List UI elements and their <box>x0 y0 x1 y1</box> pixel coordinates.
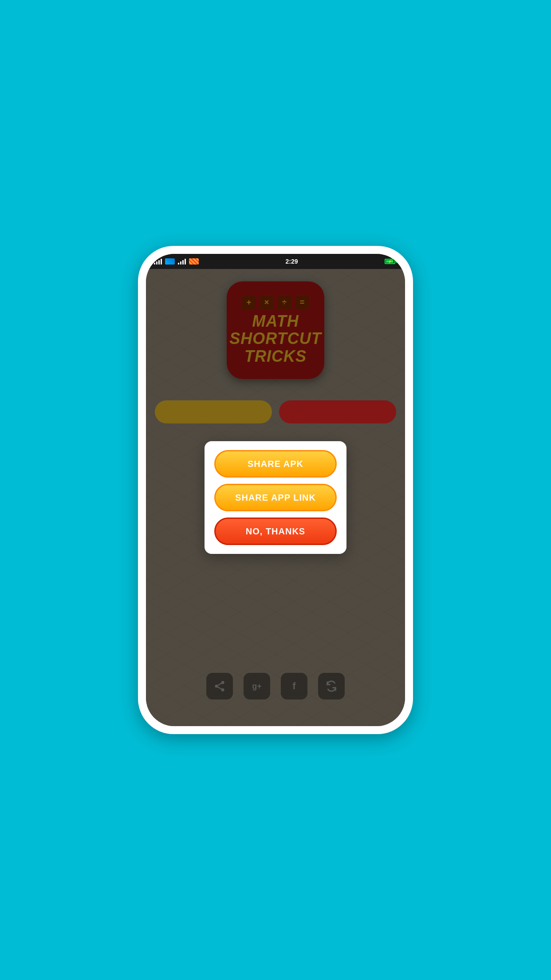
no-thanks-button[interactable]: NO, THANKS <box>214 518 337 545</box>
status-bar: 2:29 ⚡ <box>146 254 405 269</box>
share-app-link-button[interactable]: SHARE APP LINK <box>214 484 337 511</box>
bar7 <box>182 260 184 265</box>
bar5 <box>178 263 179 265</box>
data-icon <box>189 258 199 265</box>
battery-tip <box>396 260 397 263</box>
bar4 <box>161 259 162 265</box>
signal-bars-1 <box>154 258 162 265</box>
battery-icon: ⚡ <box>385 259 397 264</box>
operator-logo <box>165 258 175 265</box>
bar8 <box>185 259 186 265</box>
bar6 <box>180 261 181 265</box>
battery-body: ⚡ <box>385 259 395 264</box>
bar2 <box>156 261 157 265</box>
signal-bars-2 <box>178 258 186 265</box>
modal-dialog: SHARE APK SHARE APP LINK NO, THANKS <box>205 441 346 554</box>
status-time: 2:29 <box>285 258 298 265</box>
app-content: + × ÷ = MATH SHORTCUT TRICKS <box>146 269 405 726</box>
bar3 <box>158 260 160 265</box>
battery-bolt: ⚡ <box>388 260 392 264</box>
share-apk-button[interactable]: SHARE APK <box>214 450 337 478</box>
modal-overlay: SHARE APK SHARE APP LINK NO, THANKS <box>146 269 405 726</box>
status-left <box>154 258 199 265</box>
bar1 <box>154 263 155 265</box>
phone-frame: 2:29 ⚡ + × ÷ = MATH <box>138 246 413 734</box>
phone-screen: 2:29 ⚡ + × ÷ = MATH <box>146 254 405 726</box>
